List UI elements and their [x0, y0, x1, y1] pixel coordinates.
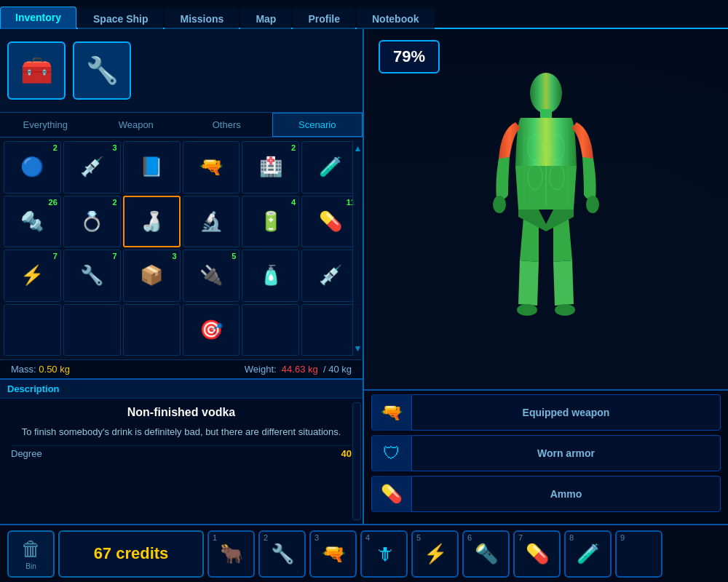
inventory-cell-4[interactable]: 2🏥	[242, 141, 299, 194]
inventory-cell-12[interactable]: 7⚡	[4, 250, 61, 302]
hotbar-icon-2: 🔧	[271, 543, 294, 565]
scroll-up-arrow[interactable]: ▲	[354, 143, 363, 154]
equipped-weapon-slot[interactable]: 🔫 Equipped weapon	[371, 394, 721, 431]
filter-weapon[interactable]: Weapon	[91, 113, 182, 137]
hotbar-slot-3[interactable]: 3 🔫	[309, 530, 357, 578]
character-view: 79%	[364, 29, 728, 389]
armor-slot-label: Worn armor	[412, 447, 720, 459]
inventory-cell-11[interactable]: 11💊	[301, 196, 359, 248]
hotbar-slot-6[interactable]: 6 🔦	[462, 530, 510, 578]
hotbar-num-5: 5	[416, 533, 421, 542]
ammo-slot[interactable]: 💊 Ammo	[371, 476, 721, 512]
ammo-slot-label: Ammo	[412, 488, 720, 500]
inventory-cell-6[interactable]: 26🔩	[4, 196, 61, 248]
filter-tabs: Everything Weapon Others Scenario	[0, 113, 363, 137]
bin-button[interactable]: 🗑 Bin	[7, 530, 55, 578]
svg-point-4	[517, 304, 537, 316]
hotbar-slot-9[interactable]: 9	[615, 530, 662, 578]
tools-icon: 🔧	[86, 55, 119, 86]
inventory-cell-15[interactable]: 5🔌	[183, 250, 240, 302]
svg-rect-1	[540, 109, 552, 118]
hotbar-slot-4[interactable]: 4 🗡	[360, 530, 408, 578]
hotbar-icon-4: 🗡	[375, 543, 394, 565]
inventory-cell-5[interactable]: 🧪	[301, 141, 359, 194]
item-icon-13: 🔧	[80, 264, 103, 287]
inventory-cell-14[interactable]: 3📦	[123, 250, 181, 302]
filter-scenario[interactable]: Scenario	[272, 113, 363, 137]
hotbar-icon-6: 🔦	[475, 543, 498, 565]
inventory-cell-18[interactable]	[4, 304, 61, 356]
hotbar-slot-7[interactable]: 7 💊	[513, 530, 561, 578]
health-badge: 79%	[379, 40, 440, 73]
character-body	[488, 71, 604, 348]
desc-scrollbar[interactable]	[352, 402, 361, 520]
inventory-cell-21[interactable]: 🎯	[183, 304, 240, 356]
inventory-cell-9[interactable]: 🔬	[183, 196, 240, 248]
inventory-cell-22[interactable]	[242, 304, 299, 356]
inventory-cell-19[interactable]	[63, 304, 121, 356]
worn-armor-slot[interactable]: 🛡 Worn armor	[371, 435, 721, 471]
hotbar-icon-3: 🔫	[322, 543, 345, 565]
item-icon-6: 🔩	[20, 210, 44, 233]
item-icon-0: 🔵	[20, 156, 44, 178]
mass-label: Mass: 0.50 kg	[11, 364, 70, 375]
tab-inventory[interactable]: Inventory	[0, 7, 76, 29]
description-panel: Description Non-finished vodka To finish…	[0, 378, 363, 524]
weapon-slot-icon: 🔫	[372, 394, 412, 431]
tab-missions[interactable]: Missions	[165, 8, 239, 29]
filter-others[interactable]: Others	[181, 113, 272, 137]
inventory-cell-13[interactable]: 7🔧	[63, 250, 121, 302]
hotbar-slot-1[interactable]: 1 🐂	[207, 530, 255, 578]
scroll-down-arrow[interactable]: ▼	[354, 343, 363, 354]
content-area: 🧰 🔧 Everything Weapon Others Scenario 2🔵…	[0, 29, 728, 524]
hotbar-num-2: 2	[264, 533, 268, 542]
stat-value: 40	[341, 448, 352, 459]
inventory-cell-0[interactable]: 2🔵	[4, 141, 61, 194]
inventory-cell-16[interactable]: 🧴	[242, 250, 299, 302]
svg-point-2	[493, 196, 506, 213]
filter-everything[interactable]: Everything	[0, 113, 91, 137]
hotbar-slot-2[interactable]: 2 🔧	[258, 530, 306, 578]
tab-notebook[interactable]: Notebook	[357, 8, 435, 29]
character-svg	[488, 71, 604, 348]
desc-header: Description	[0, 380, 363, 399]
item-icon-5: 🧪	[319, 156, 342, 178]
quick-tools-button[interactable]: 🔧	[73, 41, 131, 100]
tab-profile[interactable]: Profile	[293, 8, 355, 29]
item-icon-12: ⚡	[20, 264, 44, 287]
inventory-cell-20[interactable]	[123, 304, 181, 356]
item-icon-17: 💉	[319, 264, 342, 287]
item-icon-16: 🧴	[259, 264, 282, 287]
item-stat-degree: Degree 40	[11, 445, 352, 461]
item-description-text: To finish somebody's drink is definitely…	[11, 425, 352, 439]
hotbar-icon-7: 💊	[526, 543, 549, 565]
item-title: Non-finished vodka	[11, 406, 352, 419]
weight-value: 44.63 kg	[282, 364, 318, 375]
item-icon-1: 💉	[80, 156, 103, 178]
hotbar-icon-8: 🧪	[577, 543, 600, 565]
inventory-cell-17[interactable]: 💉	[301, 250, 359, 302]
inventory-cell-1[interactable]: 3💉	[63, 141, 121, 194]
inventory-cell-8[interactable]: 🍶	[123, 196, 181, 248]
tab-spaceship[interactable]: Space Ship	[78, 8, 163, 29]
inventory-cell-23[interactable]	[301, 304, 359, 356]
inventory-cell-3[interactable]: 🔫	[183, 141, 240, 194]
item-icon-11: 💊	[319, 210, 342, 233]
item-icon-8: 🍶	[140, 210, 163, 233]
tab-map[interactable]: Map	[240, 8, 291, 29]
hotbar-num-4: 4	[365, 533, 370, 542]
item-icon-21: 🎯	[199, 319, 223, 341]
inventory-grid-container: 2🔵3💉📘🔫2🏥🧪26🔩2💍🍶🔬4🔋11💊7⚡7🔧3📦5🔌🧴💉🎯 ▲ ▼	[0, 137, 363, 359]
weight-max: 40 kg	[328, 364, 352, 375]
hotbar-num-3: 3	[314, 533, 319, 542]
svg-point-3	[586, 196, 599, 213]
inventory-cell-2[interactable]: 📘	[123, 141, 181, 194]
hotbar-slot-8[interactable]: 8 🧪	[564, 530, 612, 578]
hotbar-slot-5[interactable]: 5 ⚡	[411, 530, 459, 578]
bin-icon: 🗑	[21, 537, 41, 561]
inventory-cell-7[interactable]: 2💍	[63, 196, 121, 248]
inventory-cell-10[interactable]: 4🔋	[242, 196, 299, 248]
quick-medkit-button[interactable]: 🧰	[7, 41, 66, 100]
grid-scrollbar[interactable]: ▲ ▼	[352, 141, 363, 356]
hotbar-num-7: 7	[518, 533, 523, 542]
